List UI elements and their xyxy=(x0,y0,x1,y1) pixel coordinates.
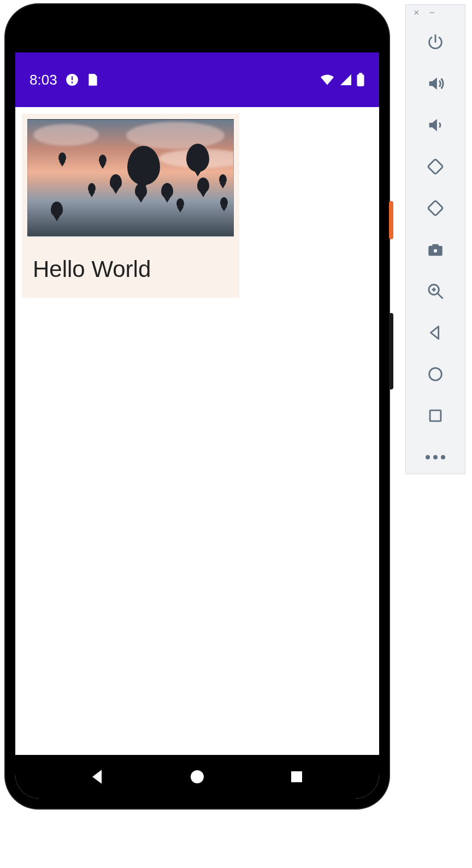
nav-back-button[interactable] xyxy=(85,764,111,790)
card-title: Hello World xyxy=(27,237,234,285)
android-nav-bar xyxy=(15,755,379,799)
card-image xyxy=(27,119,234,237)
signal-icon xyxy=(339,73,353,86)
nav-recent-button[interactable] xyxy=(284,764,310,790)
svg-rect-13 xyxy=(72,76,73,81)
emulator-sidebar: × − xyxy=(405,4,465,474)
device-screen: 8:03 xyxy=(15,52,379,799)
rotate-left-icon[interactable] xyxy=(426,157,445,176)
battery-icon xyxy=(356,73,365,87)
status-time: 8:03 xyxy=(30,72,57,88)
svg-rect-10 xyxy=(430,410,441,421)
app-content: Hello World xyxy=(15,107,379,755)
volume-up-icon[interactable] xyxy=(426,74,445,93)
minimize-icon[interactable]: − xyxy=(429,8,435,17)
power-icon[interactable] xyxy=(426,32,445,52)
svg-rect-18 xyxy=(291,771,302,782)
clock-alert-icon xyxy=(65,73,79,87)
sim-icon xyxy=(87,73,99,87)
svg-rect-0 xyxy=(428,159,443,174)
svg-point-14 xyxy=(71,81,73,83)
svg-rect-4 xyxy=(432,244,438,246)
volume-down-icon[interactable] xyxy=(426,115,445,135)
close-icon[interactable]: × xyxy=(414,8,420,17)
svg-rect-15 xyxy=(357,74,364,86)
zoom-icon[interactable] xyxy=(426,281,445,301)
more-icon[interactable] xyxy=(426,447,445,467)
svg-point-17 xyxy=(191,770,204,783)
overview-icon[interactable] xyxy=(426,406,445,426)
emulator-window-controls: × − xyxy=(406,5,465,20)
svg-rect-1 xyxy=(428,200,443,216)
svg-line-6 xyxy=(438,293,442,298)
hello-world-card[interactable]: Hello World xyxy=(22,114,239,298)
svg-point-3 xyxy=(433,249,438,253)
back-icon[interactable] xyxy=(426,323,445,343)
rotate-right-icon[interactable] xyxy=(426,198,445,218)
device-frame: 8:03 xyxy=(5,4,389,808)
home-icon[interactable] xyxy=(426,364,445,384)
svg-point-9 xyxy=(429,368,442,381)
nav-home-button[interactable] xyxy=(184,764,210,790)
screenshot-icon[interactable] xyxy=(426,240,445,259)
android-status-bar: 8:03 xyxy=(15,52,379,107)
svg-rect-16 xyxy=(359,73,363,75)
wifi-icon xyxy=(319,73,335,86)
